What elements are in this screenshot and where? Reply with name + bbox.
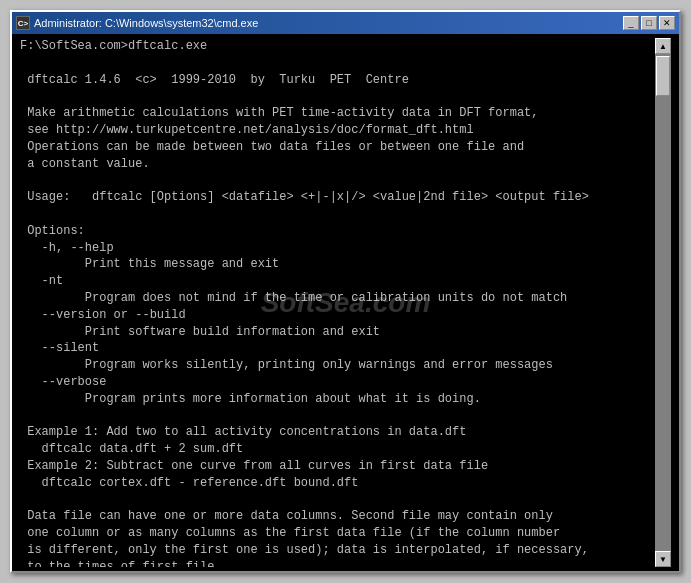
main-window: C> Administrator: C:\Windows\system32\cm… xyxy=(10,10,681,573)
title-bar-left: C> Administrator: C:\Windows\system32\cm… xyxy=(16,16,258,30)
scroll-down-button[interactable]: ▼ xyxy=(655,551,671,567)
scroll-up-button[interactable]: ▲ xyxy=(655,38,671,54)
scrollbar-thumb[interactable] xyxy=(656,56,670,96)
title-bar: C> Administrator: C:\Windows\system32\cm… xyxy=(12,12,679,34)
console-area: F:\SoftSea.com>dftcalc.exe dftcalc 1.4.6… xyxy=(12,34,679,571)
scrollbar-track[interactable] xyxy=(655,54,671,551)
window-icon: C> xyxy=(16,16,30,30)
window-title: Administrator: C:\Windows\system32\cmd.e… xyxy=(34,17,258,29)
title-buttons: _ □ ✕ xyxy=(623,16,675,30)
console-content: F:\SoftSea.com>dftcalc.exe dftcalc 1.4.6… xyxy=(20,38,655,567)
console-text: F:\SoftSea.com>dftcalc.exe dftcalc 1.4.6… xyxy=(20,38,655,567)
minimize-button[interactable]: _ xyxy=(623,16,639,30)
close-button[interactable]: ✕ xyxy=(659,16,675,30)
maximize-button[interactable]: □ xyxy=(641,16,657,30)
scrollbar[interactable]: ▲ ▼ xyxy=(655,38,671,567)
